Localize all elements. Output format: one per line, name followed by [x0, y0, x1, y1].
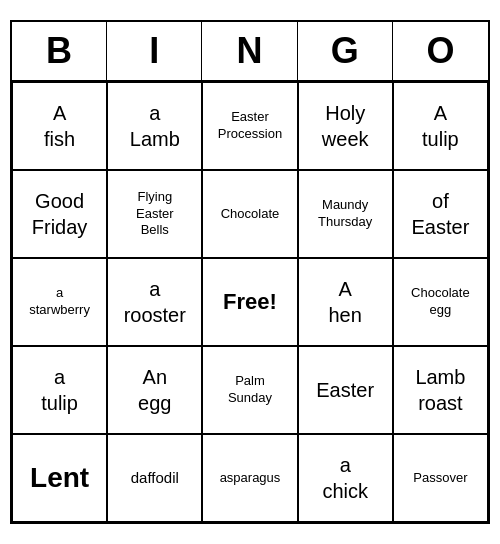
header-letter: N — [202, 22, 297, 80]
bingo-grid: AfishaLambEasterProcessionHolyweekAtulip… — [12, 82, 488, 522]
bingo-cell: ofEaster — [393, 170, 488, 258]
header-letter: I — [107, 22, 202, 80]
bingo-cell: Lambroast — [393, 346, 488, 434]
bingo-cell: Afish — [12, 82, 107, 170]
bingo-cell: FlyingEasterBells — [107, 170, 202, 258]
bingo-cell: daffodil — [107, 434, 202, 522]
bingo-cell: arooster — [107, 258, 202, 346]
bingo-cell: asparagus — [202, 434, 297, 522]
bingo-cell: Chocolateegg — [393, 258, 488, 346]
bingo-cell: MaundyThursday — [298, 170, 393, 258]
bingo-cell: Ahen — [298, 258, 393, 346]
header-letter: B — [12, 22, 107, 80]
bingo-cell: astarwberry — [12, 258, 107, 346]
bingo-cell: aLamb — [107, 82, 202, 170]
bingo-cell: EasterProcession — [202, 82, 297, 170]
bingo-cell: Holyweek — [298, 82, 393, 170]
bingo-card: BINGO AfishaLambEasterProcessionHolyweek… — [10, 20, 490, 524]
bingo-cell: GoodFriday — [12, 170, 107, 258]
bingo-cell: Free! — [202, 258, 297, 346]
bingo-cell: Passover — [393, 434, 488, 522]
bingo-cell: PalmSunday — [202, 346, 297, 434]
bingo-cell: Atulip — [393, 82, 488, 170]
bingo-cell: Anegg — [107, 346, 202, 434]
header-letter: O — [393, 22, 488, 80]
bingo-cell: Lent — [12, 434, 107, 522]
bingo-cell: Easter — [298, 346, 393, 434]
bingo-cell: atulip — [12, 346, 107, 434]
header-letter: G — [298, 22, 393, 80]
bingo-cell: Chocolate — [202, 170, 297, 258]
bingo-header: BINGO — [12, 22, 488, 82]
bingo-cell: achick — [298, 434, 393, 522]
